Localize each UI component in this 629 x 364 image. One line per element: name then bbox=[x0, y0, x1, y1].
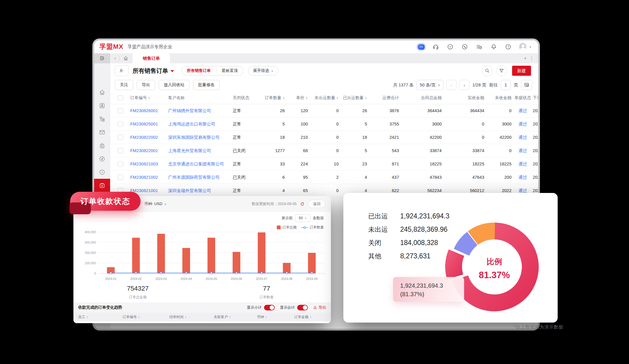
back-button[interactable]: 返回 bbox=[308, 200, 326, 208]
column-header[interactable]: 未收金额 bbox=[485, 95, 513, 101]
column-header[interactable]: 订单数量▲▼ bbox=[260, 95, 286, 101]
page-number-input[interactable]: 1 bbox=[501, 80, 511, 90]
sidebar-item-org[interactable] bbox=[94, 112, 110, 125]
doc-status-link[interactable]: 通过 bbox=[513, 175, 533, 180]
sidebar-item-apps[interactable]: A bbox=[94, 165, 110, 179]
order-number-link[interactable]: FM230826001 bbox=[130, 108, 168, 113]
mini-table-row[interactable]: TrudaFM2306190012023-06-19003USD83270,00 bbox=[73, 321, 331, 323]
batch-edit-button[interactable]: 批量修改 bbox=[193, 80, 220, 90]
sidebar-item-home[interactable] bbox=[94, 86, 110, 99]
row-checkbox[interactable] bbox=[118, 148, 123, 153]
column-header[interactable]: 下单日期▲▼ bbox=[533, 95, 538, 101]
column-header[interactable]: 未出运数量▲▼ bbox=[309, 95, 340, 101]
toggle-total[interactable]: 显示合计 bbox=[280, 305, 308, 310]
column-header[interactable]: 客户名称 bbox=[168, 95, 233, 101]
translate-icon[interactable]: T bbox=[447, 43, 454, 50]
sidebar-item-mail[interactable] bbox=[94, 125, 110, 139]
order-number-link[interactable]: FM230825001 bbox=[130, 122, 168, 126]
toggle-subtotal[interactable]: 显示小计 bbox=[247, 305, 275, 310]
strip-more-icon[interactable]: ⋮ bbox=[530, 56, 534, 61]
sort-icon[interactable]: ▲▼ bbox=[86, 315, 88, 318]
back-chevron-icon[interactable]: ‹ bbox=[114, 56, 116, 61]
doc-status-link[interactable]: 通过 bbox=[513, 161, 533, 167]
expand-filter-button[interactable]: 展开筛选∨ bbox=[248, 66, 278, 75]
mini-column-header[interactable]: 币种▲▼ bbox=[257, 315, 294, 320]
doc-status-link[interactable]: 通过 bbox=[513, 121, 533, 127]
sidebar-item-discover[interactable] bbox=[94, 152, 110, 165]
top-count-select[interactable]: 50∨ bbox=[295, 214, 311, 222]
mini-column-header[interactable]: 关联客户▲▼ bbox=[214, 315, 257, 320]
subtotal-switch[interactable] bbox=[264, 305, 275, 310]
help-icon[interactable]: ? bbox=[505, 43, 512, 50]
sort-icon[interactable]: ▲▼ bbox=[337, 96, 339, 99]
mini-column-header[interactable]: 订单金额▲▼ bbox=[294, 315, 331, 320]
sort-icon[interactable]: ▲▼ bbox=[148, 96, 150, 99]
table-row[interactable]: FM230821003北京华通进出口集团有限公司正常33224102387118… bbox=[110, 157, 538, 171]
customer-link[interactable]: 上海星光外贸有限公司 bbox=[168, 148, 233, 154]
column-settings-icon[interactable] bbox=[521, 80, 532, 90]
column-header[interactable]: 关闭状态 bbox=[233, 95, 260, 101]
customer-link[interactable]: 上海鸿运进出口有限公司 bbox=[168, 121, 233, 127]
customer-link[interactable]: 深圳金瑞外贸有限公司 bbox=[168, 188, 233, 194]
segment-starred[interactable]: 星标置顶 bbox=[216, 66, 243, 75]
currency-select[interactable]: 币种: USD∨ bbox=[144, 201, 166, 207]
doc-status-link[interactable]: 通过 bbox=[513, 135, 533, 140]
export-link[interactable]: 导出 bbox=[313, 305, 326, 310]
mini-column-header[interactable]: 订单编号▲▼ bbox=[123, 315, 169, 320]
prev-page-button[interactable]: ‹ bbox=[446, 80, 456, 90]
phone-icon[interactable] bbox=[461, 43, 468, 50]
table-row[interactable]: FM230825001上海鸿运进出口有限公司正常5100053755300003… bbox=[110, 117, 538, 131]
row-checkbox[interactable] bbox=[118, 121, 123, 127]
sort-icon[interactable]: ▲▼ bbox=[365, 96, 367, 99]
order-number-link[interactable]: FM230822001 bbox=[130, 148, 168, 153]
strip-dot-icon[interactable]: • bbox=[525, 56, 526, 61]
mini-column-header[interactable]: 结单时间▲▼ bbox=[169, 315, 214, 320]
doc-status-link[interactable]: 通过 bbox=[513, 108, 533, 114]
chevron-down-icon[interactable]: ∨ bbox=[529, 45, 532, 49]
table-row[interactable]: FM230822001上海星光外贸有限公司已关闭1277680554333874… bbox=[110, 144, 538, 157]
sort-icon[interactable]: ▲▼ bbox=[283, 96, 285, 99]
customer-link[interactable]: 北京华通进出口集团有限公司 bbox=[168, 161, 233, 167]
refresh-icon[interactable] bbox=[300, 202, 305, 206]
order-number-link[interactable]: FM230822002 bbox=[130, 135, 168, 140]
sort-icon[interactable]: ▲▼ bbox=[138, 315, 140, 318]
column-header[interactable]: 实收金额 bbox=[443, 95, 485, 101]
row-checkbox[interactable] bbox=[118, 108, 123, 113]
customer-link[interactable]: 广州锦绣外贸有限公司 bbox=[168, 108, 233, 114]
ai-assistant-icon[interactable] bbox=[418, 43, 425, 50]
user-avatar[interactable] bbox=[519, 43, 526, 50]
sidebar-collapse-icon[interactable] bbox=[94, 53, 110, 63]
order-number-link[interactable]: FM230821001 bbox=[130, 188, 168, 193]
home-tab-icon[interactable] bbox=[123, 56, 128, 61]
table-row[interactable]: FM230821002广州丰源国际商贸有限公司已关闭69524437478434… bbox=[110, 171, 538, 184]
doc-status-link[interactable]: 通过 bbox=[513, 148, 533, 154]
sort-icon[interactable]: ▲▼ bbox=[185, 315, 186, 318]
column-header[interactable]: 合同总金额 bbox=[400, 95, 443, 101]
tab-sales-orders[interactable]: 销售订单 bbox=[133, 53, 170, 63]
sort-icon[interactable]: ▲▼ bbox=[306, 96, 308, 99]
recycle-button[interactable]: 放入回收站 bbox=[159, 80, 189, 90]
segment-all-orders[interactable]: 所有销售订单 bbox=[181, 66, 216, 75]
order-number-link[interactable]: FM230821002 bbox=[130, 175, 168, 180]
export-button[interactable]: 导出 bbox=[137, 80, 155, 90]
customer-link[interactable]: 深圳东旭国际贸易有限公司 bbox=[168, 135, 233, 140]
sidebar-item-orders-active[interactable]: $ bbox=[94, 179, 110, 192]
table-row[interactable]: FM230822002深圳东旭国际贸易有限公司正常182100182421422… bbox=[110, 131, 538, 144]
sidebar-item-products[interactable] bbox=[94, 139, 110, 152]
row-checkbox[interactable] bbox=[118, 175, 123, 180]
sidebar-item-contacts[interactable] bbox=[94, 99, 110, 112]
history-icon[interactable] bbox=[476, 43, 483, 50]
new-order-button[interactable]: 新建 bbox=[512, 66, 531, 76]
doc-status-link[interactable]: 通过 bbox=[513, 188, 533, 194]
bell-icon[interactable] bbox=[490, 43, 497, 50]
headset-icon[interactable] bbox=[432, 43, 439, 50]
owner-filter-button[interactable] bbox=[115, 65, 128, 76]
column-header[interactable]: 已出运数量▲▼ bbox=[340, 95, 368, 101]
select-all-checkbox[interactable] bbox=[118, 95, 123, 101]
mini-column-header[interactable]: 员工▲▼ bbox=[78, 315, 123, 320]
search-icon[interactable] bbox=[482, 65, 493, 76]
filter-funnel-icon[interactable] bbox=[496, 65, 507, 76]
table-row[interactable]: FM230826001广州锦绣外贸有限公司正常26120026387636443… bbox=[110, 104, 538, 117]
column-header[interactable]: 单价▲▼ bbox=[286, 95, 309, 101]
column-header[interactable]: 运费合计 bbox=[368, 95, 400, 101]
